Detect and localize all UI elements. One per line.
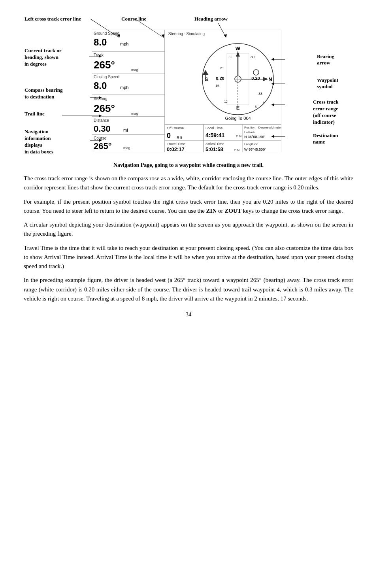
svg-text:3: 3 (262, 101, 264, 105)
svg-text:Latitude: Latitude (244, 130, 256, 134)
svg-text:8.0: 8.0 (94, 37, 107, 47)
svg-text:33: 33 (258, 92, 262, 96)
svg-point-49 (253, 70, 259, 75)
svg-text:mag: mag (131, 112, 138, 115)
svg-text:0.30: 0.30 (94, 124, 111, 134)
svg-text:N: N (268, 76, 272, 82)
svg-text:Off Course: Off Course (167, 126, 184, 130)
svg-text:mag: mag (123, 146, 130, 150)
device-svg: Ground Speed 8.0 mph Track 265° mag Clos… (92, 30, 281, 152)
svg-text:5:01:58: 5:01:58 (205, 146, 223, 152)
svg-text:P
M: P M (236, 134, 241, 138)
paragraph-3: A circular symbol depicting your destina… (24, 220, 353, 239)
svg-text:30: 30 (251, 55, 254, 59)
label-trail-line: Trail line (25, 111, 45, 117)
svg-text:W  95°45.500': W 95°45.500' (244, 147, 266, 151)
svg-text:265°: 265° (94, 59, 115, 71)
svg-text:0.20: 0.20 (251, 76, 260, 81)
svg-text:8.0: 8.0 (94, 80, 107, 91)
svg-text:E: E (236, 105, 240, 111)
label-heading-arrow: Heading arrow (194, 16, 228, 23)
paragraph-4: Travel Time is the time that it will tak… (24, 244, 353, 271)
svg-text:21: 21 (220, 66, 224, 70)
paragraph-5: In the preceding example figure, the dri… (24, 276, 353, 303)
svg-text:W: W (236, 45, 241, 51)
svg-text:Course: Course (94, 136, 107, 140)
label-bearing-arrow: Bearingarrow (317, 53, 352, 66)
svg-text:Bearing: Bearing (94, 96, 107, 101)
svg-text:265°: 265° (94, 102, 115, 114)
svg-text:4:59:41: 4:59:41 (205, 132, 224, 138)
label-cross-track: Cross trackerror range(off courseindicat… (313, 99, 352, 126)
paragraph-2: For example, if the present position sym… (24, 197, 353, 216)
svg-text:Travel Time: Travel Time (167, 142, 185, 146)
svg-text:265°: 265° (94, 141, 112, 151)
svg-text:Closing Speed: Closing Speed (94, 75, 119, 79)
svg-text:Local Time: Local Time (205, 126, 223, 130)
svg-text:6: 6 (254, 105, 256, 109)
svg-text:mi: mi (123, 128, 128, 132)
label-course-line: Course line (121, 16, 146, 23)
svg-text:mph: mph (120, 42, 128, 46)
svg-text:0: 0 (167, 132, 171, 140)
svg-text:S: S (205, 76, 208, 82)
svg-text:Going To 004: Going To 004 (225, 116, 251, 121)
svg-text:Steering  ·  Simulating: Steering · Simulating (168, 32, 205, 36)
svg-text:Position - Degrees/Minutes: Position - Degrees/Minutes (244, 126, 281, 129)
label-nav-info: Navigationinformationdisplaysin data box… (25, 129, 90, 155)
svg-text:mph: mph (120, 85, 128, 90)
label-compass-bearing: Compass bearingto destination (25, 87, 90, 100)
svg-text:P
M: P M (234, 148, 239, 152)
label-waypoint-symbol: Waypointsymbol (317, 77, 352, 90)
svg-text:Distance: Distance (94, 118, 109, 123)
label-destination-name: Destinationname (313, 132, 352, 145)
svg-text:Longitude: Longitude (244, 142, 258, 146)
diagram-section: Left cross track error line Course line … (24, 12, 353, 158)
svg-text:Ground Speed: Ground Speed (94, 31, 119, 36)
svg-text:15: 15 (215, 84, 219, 88)
diagram-outer: Left cross track error line Course line … (25, 16, 352, 158)
svg-text:R  ft: R ft (177, 136, 183, 140)
svg-text:Arrival Time: Arrival Time (205, 142, 224, 146)
figure-caption: Navigation Page, going to a waypoint whi… (24, 162, 353, 168)
label-current-track: Current track orheading, shownin degrees (25, 47, 88, 68)
svg-text:mag: mag (131, 68, 138, 72)
page-number: 34 (24, 311, 353, 318)
svg-text:0:02:17: 0:02:17 (167, 146, 185, 152)
paragraph-1: The cross track error range is shown on … (24, 174, 353, 193)
svg-text:N  36°08.196': N 36°08.196' (244, 135, 265, 139)
gps-device-display: Ground Speed 8.0 mph Track 265° mag Clos… (92, 30, 281, 152)
label-left-cross-track: Left cross track error line (25, 16, 81, 23)
svg-text:0.20: 0.20 (216, 76, 224, 81)
svg-text:Track: Track (94, 53, 104, 57)
